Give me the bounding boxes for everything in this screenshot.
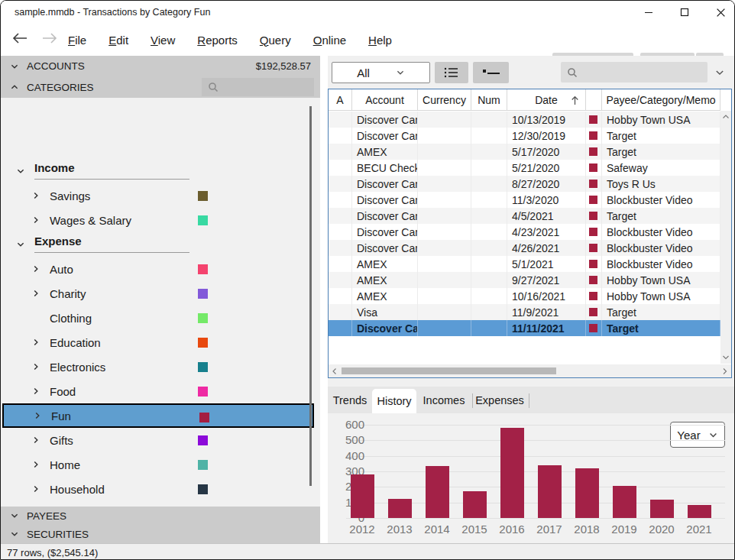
category-tree: IncomeSavingsWages & SalaryExpenseAutoCh… [1,153,320,560]
chevron-right-icon [31,338,40,347]
close-button[interactable] [708,4,733,21]
transaction-row[interactable]: AMEX5/1/2021Blockbuster Video [329,256,720,272]
menu-help[interactable]: Help [368,34,392,47]
tree-item-income[interactable]: Income [2,159,314,183]
collapse-rows-button[interactable] [473,62,509,83]
period-select[interactable]: Year [670,422,725,448]
list-view-button[interactable] [435,62,468,83]
tree-scrollbar[interactable] [309,106,312,486]
column-header-currency[interactable]: Currency [418,89,471,111]
column-header-marker[interactable] [586,89,602,111]
transaction-row[interactable]: Discover Card11/3/2020Blockbuster Video [329,192,720,208]
menu-reports[interactable]: Reports [197,34,238,47]
tree-item-charity[interactable]: Charity [2,281,314,306]
category-color-swatch [198,264,208,274]
grid-vertical-scrollbar[interactable] [720,111,731,364]
tab-history[interactable]: History [372,389,416,413]
tab-expenses[interactable]: Expenses [473,387,526,413]
x-axis-tick-label: 2015 [456,523,494,536]
cell-status [329,144,352,160]
tree-item-gifts[interactable]: Gifts [2,428,314,452]
cell-date: 4/23/2021 [507,224,586,240]
tree-item-wages-salary[interactable]: Wages & Salary [2,208,314,232]
transaction-row[interactable]: Discover Card4/23/2021Blockbuster Video [329,224,720,240]
tree-item-label: Food [50,385,76,398]
category-color-swatch [198,338,208,348]
grid-horizontal-scrollbar[interactable] [329,364,731,377]
cell-account: Discover Card [352,224,418,240]
sort-ascending-icon [571,95,579,105]
transaction-row[interactable]: Discover Card4/5/2021Target [329,208,720,224]
menu-file[interactable]: File [68,34,86,47]
tab-trends[interactable]: Trends [329,387,371,413]
scroll-down-icon [722,354,730,361]
column-header-a[interactable]: A [329,89,352,111]
column-header-date[interactable]: Date [507,89,586,111]
status-text: 77 rows, ($2,545.14) [7,547,98,558]
tree-item-label: Gifts [50,434,73,447]
transaction-row[interactable]: AMEX10/16/2021Hobby Town USA [329,288,720,304]
search-options-dropdown[interactable] [714,67,725,78]
menu-query[interactable]: Query [260,34,291,47]
cell-num [471,160,507,176]
column-header-account[interactable]: Account [352,89,418,111]
category-marker [589,308,597,316]
menu-edit[interactable]: Edit [108,34,128,47]
payees-section-header[interactable]: PAYEES [1,507,320,525]
tree-item-home[interactable]: Home [2,452,314,477]
transaction-search-input[interactable] [561,62,707,83]
transaction-row[interactable]: Discover Card4/26/2021Blockbuster Video [329,240,720,256]
grid-header-row: AAccountCurrencyNumDatePayee/Category/Me… [329,89,720,111]
range-filter-select[interactable]: All [332,62,430,83]
transaction-row[interactable]: Visa11/9/2021Target [329,304,720,320]
category-color-swatch [198,460,208,470]
tree-item-education[interactable]: Education [2,330,314,354]
cell-currency [418,112,471,128]
menu-online[interactable]: Online [313,34,346,47]
transaction-row[interactable]: BECU Checking5/21/2020Safeway [329,160,720,176]
cell-currency [418,160,471,176]
tree-item-clothing[interactable]: Clothing [2,306,314,330]
column-header-num[interactable]: Num [471,89,507,111]
cell-payee: Hobby Town USA [602,112,720,128]
transaction-row[interactable]: Discover Card11/11/2021Target [329,320,720,336]
transaction-row[interactable]: AMEX9/27/2021Hobby Town USA [329,272,720,288]
tree-item-expense[interactable]: Expense [2,232,314,257]
tree-item-auto[interactable]: Auto [2,257,314,281]
chevron-right-icon [31,460,40,469]
menu-view[interactable]: View [151,34,175,47]
minimize-button[interactable] [636,4,661,21]
panel-splitter[interactable] [320,56,328,543]
transaction-row[interactable]: AMEX5/17/2020Target [329,144,720,160]
chart-gridline [346,487,725,487]
back-button[interactable] [11,30,29,50]
tree-item-fun[interactable]: Fun [2,403,314,428]
tree-item-savings[interactable]: Savings [2,183,314,208]
tab-incomes[interactable]: Incomes [418,387,470,413]
maximize-button[interactable] [672,4,697,21]
cell-status [329,288,352,304]
cell-status [329,160,352,176]
securities-section-header[interactable]: SECURITIES [1,525,320,543]
scroll-left-icon [332,367,338,375]
tree-item-household[interactable]: Household [2,477,314,501]
hscroll-thumb[interactable] [342,367,556,374]
forward-button[interactable] [40,30,59,50]
cell-date: 5/21/2020 [507,160,586,176]
accounts-section-header[interactable]: ACCOUNTS $192,528.57 [1,56,320,76]
x-axis-tick-label: 2012 [344,523,381,536]
chevron-down-icon [714,67,725,78]
chart-gridline [346,440,725,441]
tree-item-electronics[interactable]: Electronics [2,354,314,379]
column-header-payee-category-memo[interactable]: Payee/Category/Memo [602,89,720,111]
x-axis-tick-label: 2019 [606,523,643,536]
transaction-row[interactable]: Discover Card10/13/2019Hobby Town USA [329,112,720,128]
transaction-row[interactable]: Discover Card12/30/2019Target [329,128,720,144]
category-search-input[interactable] [202,78,314,96]
cell-date: 11/11/2021 [507,320,586,336]
cell-num [471,240,507,256]
category-color-swatch [198,484,208,494]
tree-item-food[interactable]: Food [2,379,314,403]
x-axis-tick-label: 2016 [494,523,531,536]
transaction-row[interactable]: Discover Card8/27/2020Toys R Us [329,176,720,192]
